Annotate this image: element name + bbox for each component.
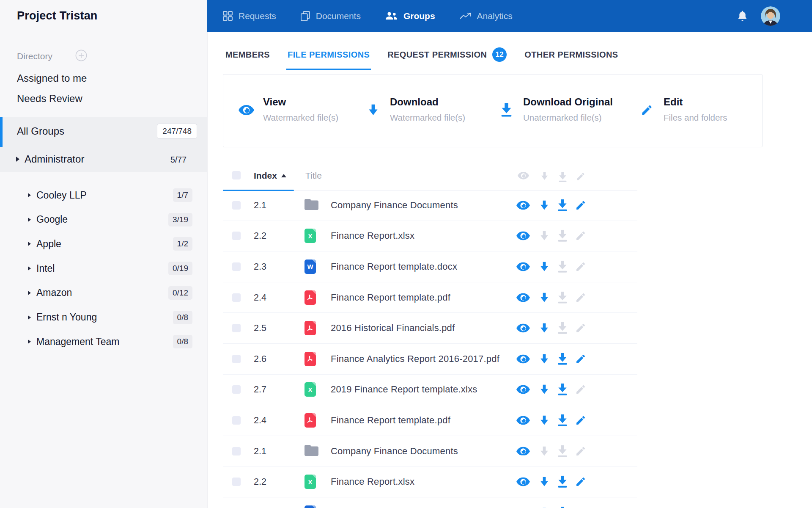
- row-checkbox[interactable]: [232, 355, 241, 363]
- row-checkbox[interactable]: [232, 324, 241, 332]
- chevron-right-icon[interactable]: [28, 242, 31, 246]
- docx-file-icon: W: [304, 260, 316, 274]
- table-row[interactable]: 2.3 W Finance Report template.docx: [223, 497, 637, 508]
- row-checkbox[interactable]: [232, 447, 241, 456]
- edit-permission-icon[interactable]: [573, 384, 588, 395]
- edit-permission-icon[interactable]: [573, 446, 588, 457]
- download-original-permission-icon[interactable]: [555, 414, 570, 427]
- view-permission-icon[interactable]: [516, 293, 530, 302]
- row-checkbox[interactable]: [232, 478, 241, 486]
- download-arrow-icon[interactable]: [537, 172, 551, 180]
- edit-permission-icon[interactable]: [573, 476, 588, 487]
- view-permission-icon[interactable]: [516, 354, 530, 363]
- table-row[interactable]: 2.6 Finance Analytics Report 2016-2017.p…: [223, 344, 637, 375]
- nav-item-groups[interactable]: Groups: [385, 11, 435, 21]
- column-header-index[interactable]: Index: [254, 171, 286, 181]
- table-row[interactable]: 2.4 Finance Report template.pdf: [223, 282, 637, 313]
- download-original-icon[interactable]: [555, 172, 570, 182]
- table-row[interactable]: 2.4 Finance Report template.pdf: [223, 405, 637, 436]
- download-permission-icon[interactable]: [537, 446, 551, 456]
- chevron-right-icon[interactable]: [28, 266, 31, 271]
- table-row[interactable]: 2.7 X 2019 Finance Report template.xlxs: [223, 375, 637, 406]
- download-permission-icon[interactable]: [537, 200, 551, 210]
- view-permission-icon[interactable]: [516, 478, 530, 486]
- sidebar-item-assigned-to-me[interactable]: Assigned to me: [17, 72, 87, 84]
- sidebar-item-google[interactable]: Google 3/19: [0, 207, 207, 232]
- edit-pencil-icon[interactable]: [573, 172, 588, 181]
- download-permission-icon[interactable]: [537, 293, 551, 302]
- download-permission-icon[interactable]: [537, 323, 551, 333]
- nav-item-analytics[interactable]: Analytics: [460, 11, 513, 21]
- table-row[interactable]: 2.5 2016 Historical Financials.pdf: [223, 313, 637, 344]
- row-checkbox[interactable]: [232, 293, 241, 302]
- edit-permission-icon[interactable]: [573, 230, 588, 241]
- table-row[interactable]: 2.3 W Finance Report template.docx: [223, 251, 637, 282]
- notifications-button[interactable]: [737, 10, 748, 23]
- download-permission-icon[interactable]: [537, 262, 551, 271]
- view-permission-icon[interactable]: [516, 385, 530, 394]
- row-checkbox[interactable]: [232, 232, 241, 240]
- download-original-permission-icon[interactable]: [555, 384, 570, 396]
- avatar[interactable]: [761, 6, 780, 26]
- download-original-permission-icon[interactable]: [555, 199, 570, 212]
- row-checkbox[interactable]: [232, 262, 241, 271]
- download-permission-icon[interactable]: [537, 231, 551, 241]
- download-original-permission-icon[interactable]: [555, 261, 570, 273]
- edit-permission-icon[interactable]: [573, 261, 588, 272]
- download-original-permission-icon[interactable]: [555, 445, 570, 457]
- sidebar-item-administrator[interactable]: Administrator: [25, 153, 84, 165]
- nav-item-requests[interactable]: Requests: [223, 11, 276, 21]
- row-checkbox[interactable]: [232, 201, 241, 210]
- sidebar-item-apple[interactable]: Apple 1/2: [0, 232, 207, 256]
- view-permission-icon[interactable]: [516, 416, 530, 425]
- chevron-right-icon[interactable]: [16, 157, 19, 162]
- download-original-icon: [497, 96, 515, 123]
- tab-request-permission[interactable]: REQUEST PERMISSION 12: [386, 32, 508, 70]
- edit-permission-icon[interactable]: [573, 353, 588, 364]
- download-original-permission-icon[interactable]: [555, 506, 570, 508]
- download-original-permission-icon[interactable]: [555, 230, 570, 242]
- view-permission-icon[interactable]: [516, 201, 530, 210]
- download-permission-icon[interactable]: [537, 415, 551, 425]
- view-permission-icon[interactable]: [516, 262, 530, 271]
- download-original-permission-icon[interactable]: [555, 322, 570, 334]
- sidebar-item-all-groups[interactable]: All Groups: [17, 125, 64, 137]
- tab-members[interactable]: MEMBERS: [224, 32, 271, 70]
- sidebar-item-amazon[interactable]: Amazon 0/12: [0, 281, 207, 305]
- table-row[interactable]: 2.1 Company Finance Documents: [223, 436, 637, 467]
- download-original-permission-icon[interactable]: [555, 476, 570, 488]
- select-all-checkbox[interactable]: [232, 171, 241, 179]
- download-original-permission-icon[interactable]: [555, 291, 570, 304]
- download-permission-icon[interactable]: [537, 385, 551, 395]
- table-row[interactable]: 2.2 X Finance Report.xlsx: [223, 221, 637, 252]
- sidebar-item-intel[interactable]: Intel 0/19: [0, 256, 207, 281]
- sidebar-item-needs-review[interactable]: Needs Review: [17, 93, 82, 105]
- tab-file-permissions[interactable]: FILE PERMISSIONS: [286, 32, 371, 70]
- view-eye-icon[interactable]: [516, 172, 530, 179]
- edit-permission-icon[interactable]: [573, 415, 588, 426]
- chevron-right-icon[interactable]: [28, 193, 31, 197]
- row-checkbox[interactable]: [232, 385, 241, 394]
- download-permission-icon[interactable]: [537, 477, 551, 487]
- view-permission-icon[interactable]: [516, 447, 530, 456]
- sidebar-item-cooley-llp[interactable]: Cooley LLP 1/7: [0, 183, 207, 207]
- download-permission-icon[interactable]: [537, 354, 551, 364]
- sidebar-item-ernst-n-young[interactable]: Ernst n Young 0/8: [0, 305, 207, 330]
- nav-item-documents[interactable]: Documents: [301, 11, 361, 21]
- chevron-right-icon[interactable]: [28, 315, 31, 320]
- chevron-right-icon[interactable]: [28, 340, 31, 344]
- sidebar-item-management-team[interactable]: Management Team 0/8: [0, 329, 207, 354]
- view-permission-icon[interactable]: [516, 324, 530, 333]
- edit-permission-icon[interactable]: [573, 323, 588, 334]
- download-original-permission-icon[interactable]: [555, 353, 570, 365]
- chevron-right-icon[interactable]: [28, 218, 31, 222]
- view-permission-icon[interactable]: [516, 232, 530, 240]
- chevron-right-icon[interactable]: [28, 291, 31, 295]
- add-directory-button[interactable]: [75, 50, 87, 61]
- tab-other-permissions[interactable]: OTHER PERMISSIONS: [523, 32, 619, 70]
- row-checkbox[interactable]: [232, 416, 241, 425]
- table-row[interactable]: 2.1 Company Finance Documents: [223, 190, 637, 221]
- edit-permission-icon[interactable]: [573, 292, 588, 303]
- edit-permission-icon[interactable]: [573, 200, 588, 211]
- table-row[interactable]: 2.2 X Finance Report.xlsx: [223, 467, 637, 497]
